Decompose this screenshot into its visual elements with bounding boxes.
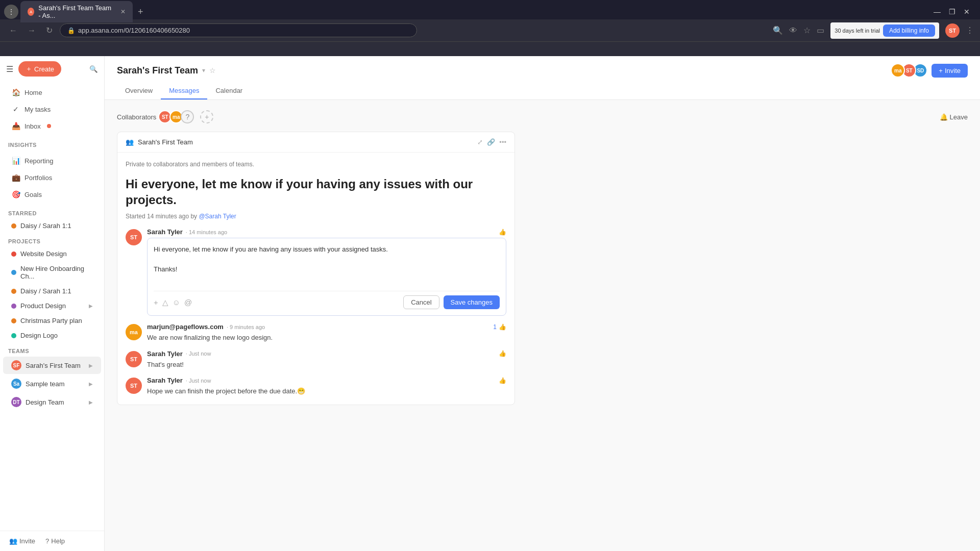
inbox-notification-dot xyxy=(47,124,51,128)
sidebar-item-christmas-party[interactable]: Christmas Party plan xyxy=(3,314,101,328)
sidebar-icon[interactable]: ▭ xyxy=(817,26,824,35)
edit-box: Hi everyone, let me know if you are havi… xyxy=(147,238,506,316)
leave-button[interactable]: 🔔 Leave xyxy=(940,113,968,121)
sidebar-item-inbox[interactable]: 📥 Inbox xyxy=(3,118,101,134)
emoji-tool-button[interactable]: ☺ xyxy=(173,298,180,307)
msg-time: · Just now xyxy=(186,378,211,384)
add-tool-button[interactable]: + xyxy=(154,298,158,307)
lock-icon: 🔒 xyxy=(67,27,75,34)
add-collaborator-button[interactable]: + xyxy=(200,110,213,123)
sidebar-item-portfolios[interactable]: 💼 Portfolios xyxy=(3,169,101,186)
page-header: Sarah's First Team ▾ ☆ ma ST SD + Invite xyxy=(105,56,980,100)
tab-favicon: A xyxy=(28,8,34,16)
avatar: ST xyxy=(126,378,142,394)
sidebar-item-sarahs-first-team[interactable]: SF Sarah's First Team ▶ xyxy=(3,357,101,374)
help-footer-button[interactable]: ? Help xyxy=(42,535,68,547)
edit-textarea[interactable]: Hi everyone, let me know if you are havi… xyxy=(154,244,500,285)
main-content: Sarah's First Team ▾ ☆ ma ST SD + Invite xyxy=(105,56,980,551)
sidebar-item-my-tasks[interactable]: ✓ My tasks xyxy=(3,101,101,117)
starred-section-label: Starred xyxy=(0,205,104,218)
more-options-icon[interactable]: ⋮ xyxy=(966,26,974,35)
sidebar-item-reporting[interactable]: 📊 Reporting xyxy=(3,153,101,169)
expand-icon[interactable]: ⤢ xyxy=(477,138,483,146)
collab-avatar-unknown: ? xyxy=(181,110,194,123)
bell-icon: 🔔 xyxy=(940,113,948,121)
maximize-button[interactable]: ❐ xyxy=(949,8,955,16)
link-icon[interactable]: 🔗 xyxy=(487,138,495,146)
collaborators-label: Collaborators xyxy=(117,113,156,121)
title-dropdown-icon[interactable]: ▾ xyxy=(202,67,205,74)
bookmark-icon[interactable]: ☆ xyxy=(803,26,811,35)
sidebar-item-daisy-sarah-proj[interactable]: Daisy / Sarah 1:1 xyxy=(3,284,101,298)
project-dot xyxy=(11,333,16,338)
sidebar-item-new-hire[interactable]: New Hire Onboarding Ch... xyxy=(3,262,101,283)
search-icon[interactable]: 🔍 xyxy=(773,26,783,35)
member-avatar-ma[interactable]: ma xyxy=(891,63,905,78)
user-avatar[interactable]: ST xyxy=(945,23,960,38)
avatar: ST xyxy=(126,229,142,245)
invite-footer-button[interactable]: 👥 Invite xyxy=(6,535,38,547)
msg-text: That's great! xyxy=(147,360,506,370)
msg-header: marjun@pageflows.com · 9 minutes ago 1 👍 xyxy=(147,323,506,331)
sidebar-item-sample-team[interactable]: Sa Sample team ▶ xyxy=(3,375,101,392)
forward-button[interactable]: → xyxy=(24,24,39,37)
tab-messages[interactable]: Messages xyxy=(161,83,207,99)
mention-tool-button[interactable]: @ xyxy=(184,298,192,307)
message-headline: Hi everyone, let me know if your having … xyxy=(126,176,506,208)
sidebar: ☰ ＋ Create 🔍 🏠 Home ✓ My tasks 📥 Inbox I… xyxy=(0,56,105,551)
msg-like-button[interactable]: 1 👍 xyxy=(493,323,506,331)
avatar: ST xyxy=(126,351,142,367)
sidebar-item-design-logo[interactable]: Design Logo xyxy=(3,329,101,342)
minimize-button[interactable]: — xyxy=(934,8,941,16)
invite-plus-icon: + xyxy=(939,67,943,74)
msg-author: Sarah Tyler xyxy=(147,377,183,384)
sidebar-item-website-design[interactable]: Website Design xyxy=(3,247,101,261)
new-tab-button[interactable]: + xyxy=(135,7,146,17)
msg-text: Hope we can finish the project before th… xyxy=(147,386,506,396)
save-changes-button[interactable]: Save changes xyxy=(444,295,500,309)
tab-overview[interactable]: Overview xyxy=(117,83,161,99)
tab-close-button[interactable]: ✕ xyxy=(120,8,126,15)
author-link[interactable]: @Sarah Tyler xyxy=(199,213,236,220)
sidebar-search-button[interactable]: 🔍 xyxy=(89,65,98,73)
team-avatar: SF xyxy=(11,360,21,370)
reader-icon[interactable]: 👁 xyxy=(789,26,797,35)
tab-calendar[interactable]: Calendar xyxy=(207,83,251,99)
sidebar-item-design-team[interactable]: DT Design Team ▶ xyxy=(3,393,101,411)
project-dot xyxy=(11,318,16,323)
msg-header: Sarah Tyler · 14 minutes ago 👍 xyxy=(147,228,506,236)
member-avatars: ma ST SD xyxy=(894,63,927,78)
billing-button[interactable]: Add billing info xyxy=(883,24,935,37)
create-button[interactable]: ＋ Create xyxy=(18,61,61,77)
msg-content: marjun@pageflows.com · 9 minutes ago 1 👍… xyxy=(147,323,506,343)
browser-back-apps[interactable]: ⋮ xyxy=(4,5,18,19)
expand-icon: ▶ xyxy=(89,399,93,405)
hamburger-button[interactable]: ☰ xyxy=(6,64,13,74)
messages-area: Collaborators ST ma ? + 🔔 Leave 👥 Sarah'… xyxy=(105,100,980,551)
back-button[interactable]: ← xyxy=(6,24,20,37)
format-tool-button[interactable]: △ xyxy=(162,298,168,307)
invite-button[interactable]: + Invite xyxy=(932,64,968,78)
cancel-button[interactable]: Cancel xyxy=(403,295,439,309)
inbox-icon: 📥 xyxy=(11,121,20,131)
card-team-name: Sarah's First Team xyxy=(138,138,193,146)
title-star-icon[interactable]: ☆ xyxy=(209,66,216,74)
reporting-icon: 📊 xyxy=(11,156,20,165)
page-title-row: Sarah's First Team ▾ ☆ ma ST SD + Invite xyxy=(117,63,968,78)
active-tab[interactable]: A Sarah's First Team Team - As... ✕ xyxy=(20,1,133,22)
msg-like-button[interactable]: 👍 xyxy=(499,377,506,384)
msg-like-button[interactable]: 👍 xyxy=(499,229,506,236)
sidebar-item-goals[interactable]: 🎯 Goals xyxy=(3,186,101,203)
collaborators-bar: Collaborators ST ma ? + 🔔 Leave xyxy=(117,110,968,123)
close-button[interactable]: ✕ xyxy=(964,8,970,16)
msg-like-button[interactable]: 👍 xyxy=(499,350,506,357)
msg-text: We are now finalizing the new logo desig… xyxy=(147,333,506,343)
sidebar-item-product-design[interactable]: Product Design ▶ xyxy=(3,299,101,313)
more-icon[interactable]: ••• xyxy=(499,138,506,146)
sidebar-item-daisy-sarah-starred[interactable]: Daisy / Sarah 1:1 xyxy=(3,219,101,233)
address-bar[interactable]: 🔒 app.asana.com/0/1206160406650280 xyxy=(60,23,417,37)
reload-button[interactable]: ↻ xyxy=(43,23,56,37)
project-dot xyxy=(11,252,16,257)
plus-icon: ＋ xyxy=(26,64,32,73)
sidebar-item-home[interactable]: 🏠 Home xyxy=(3,84,101,101)
